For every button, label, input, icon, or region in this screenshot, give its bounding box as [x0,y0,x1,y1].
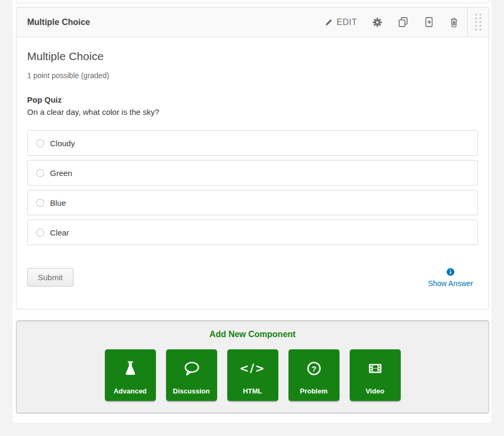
svg-text:?: ? [311,364,316,373]
settings-button[interactable] [372,17,383,28]
add-button-label: Problem [300,387,327,395]
add-html-button[interactable]: </> HTML [227,349,278,401]
option-label: Clear [50,228,69,237]
move-button[interactable] [424,16,434,28]
add-new-component-panel: Add New Component Advanced Discussion [16,320,489,413]
multiple-choice-component-card: Multiple Choice EDIT [16,7,489,309]
add-discussion-button[interactable]: Discussion [166,349,217,401]
edit-button[interactable]: EDIT [325,18,357,27]
radio-button[interactable] [36,229,44,237]
question-text: On a clear day, what color is the sky? [27,107,478,116]
film-icon [350,349,401,387]
problem-body: Multiple Choice 1 point possible (graded… [16,37,489,288]
points-possible-text: 1 point possible (graded) [27,71,478,80]
add-button-label: Advanced [113,387,146,395]
submit-button[interactable]: Submit [27,268,73,287]
option-label: Cloudy [50,139,75,148]
show-answer-block: Show Answer [428,268,473,288]
pencil-icon [325,18,333,27]
question-title: Pop Quiz [27,95,478,104]
component-actions: EDIT [325,16,459,28]
info-icon[interactable] [447,268,455,278]
drag-dots-icon [475,14,481,30]
answer-option-blue[interactable]: Blue [27,190,478,215]
radio-button[interactable] [36,139,44,147]
speech-bubble-icon [166,349,217,387]
component-title: Multiple Choice [27,18,325,27]
delete-button[interactable] [449,17,459,28]
add-problem-button[interactable]: ? Problem [288,349,340,401]
gear-icon [372,17,383,28]
drag-handle[interactable] [467,7,489,37]
option-label: Blue [50,198,66,207]
answer-option-green[interactable]: Green [27,160,478,186]
answer-option-cloudy[interactable]: Cloudy [27,130,478,156]
add-button-label: Video [366,387,384,395]
code-icon: </> [227,349,278,387]
radio-button[interactable] [36,199,44,207]
add-button-label: HTML [243,387,262,395]
add-advanced-button[interactable]: Advanced [105,349,156,401]
trash-icon [449,17,459,28]
duplicate-button[interactable] [398,16,409,28]
previous-component-card-edge [16,0,489,3]
add-new-component-title: Add New Component [16,321,489,339]
add-video-button[interactable]: Video [350,349,401,401]
problem-title: Multiple Choice [27,50,478,63]
problem-actions-row: Submit Show Answer [27,268,478,288]
radio-button[interactable] [36,169,44,177]
move-file-icon [424,16,434,28]
answer-option-clear[interactable]: Clear [27,220,478,245]
duplicate-icon [398,16,409,28]
option-label: Green [50,169,72,178]
show-answer-link[interactable]: Show Answer [428,279,473,288]
add-component-buttons: Advanced Discussion </> HTML ? [16,349,489,401]
flask-icon [105,349,156,387]
edit-button-label: EDIT [337,18,357,27]
question-circle-icon: ? [288,349,340,387]
component-header: Multiple Choice EDIT [16,7,489,37]
add-button-label: Discussion [173,387,210,395]
